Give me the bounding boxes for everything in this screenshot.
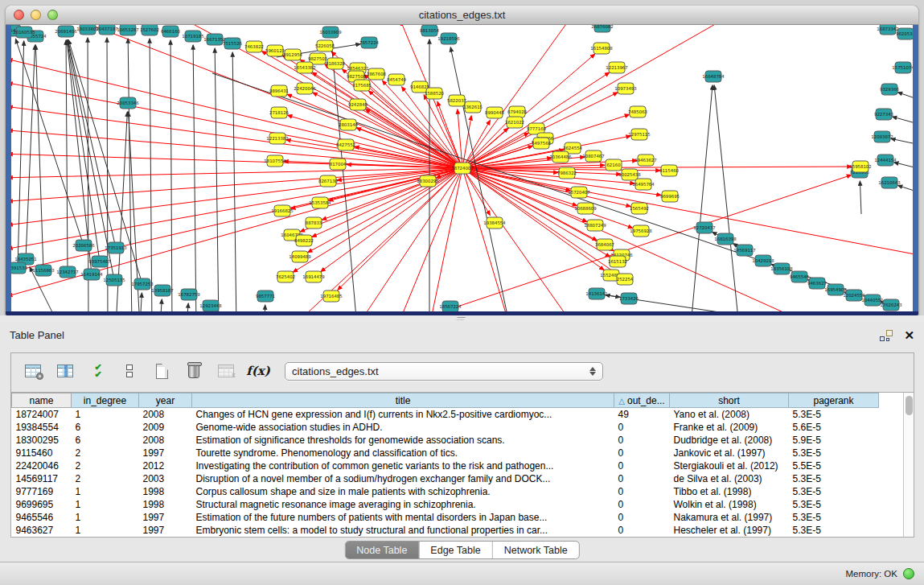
graph-node[interactable]: 1362615 — [463, 101, 483, 113]
graph-edge[interactable] — [894, 163, 913, 170]
graph-node[interactable]: 22420046 — [294, 83, 316, 94]
graph-edge[interactable] — [322, 168, 462, 220]
cell-title[interactable]: Structural magnetic resonance image aver… — [192, 498, 614, 511]
cell-in_degree[interactable]: 1 — [72, 498, 139, 511]
graph-edge[interactable] — [462, 168, 507, 311]
graph-node[interactable]: 12342737 — [56, 266, 78, 278]
column-header-year[interactable]: year — [139, 393, 192, 408]
cell-name[interactable]: 18300295 — [12, 434, 72, 447]
tab-node-table[interactable]: Node Table — [345, 542, 418, 558]
cell-short[interactable]: Yano et al. (2008) — [670, 408, 789, 421]
cell-out_degree[interactable]: 0 — [614, 472, 670, 485]
graph-node[interactable]: 62160 — [606, 159, 622, 171]
panel-splitter[interactable] — [0, 315, 924, 322]
graph-node[interactable]: 6497568 — [532, 138, 552, 149]
delete-columns-icon[interactable] — [183, 360, 204, 381]
graph-node[interactable]: 12093872 — [871, 131, 893, 142]
graph-node[interactable]: 1527602 — [140, 25, 159, 35]
graph-node[interactable]: 14099489 — [289, 251, 311, 262]
cell-out_degree[interactable]: 0 — [614, 421, 670, 434]
graph-node[interactable]: 16816398 — [714, 233, 737, 245]
graph-edge[interactable] — [11, 168, 462, 249]
graph-node[interactable]: 14136141 — [585, 288, 607, 299]
graph-edge[interactable] — [338, 168, 462, 290]
cell-year[interactable]: 2009 — [139, 421, 192, 434]
cell-name[interactable]: 19384554 — [12, 421, 72, 434]
graph-node[interactable]: 887833 — [306, 217, 322, 229]
graph-node[interactable]: 18107554 — [264, 155, 286, 167]
cell-out_degree[interactable]: 0 — [614, 524, 670, 537]
graph-node[interactable]: 8454749 — [387, 74, 407, 85]
graph-node[interactable]: 19756928 — [630, 225, 652, 237]
graph-node[interactable]: 18567224 — [439, 301, 462, 311]
graph-node[interactable]: 8912954 — [283, 49, 303, 60]
cell-in_degree[interactable]: 1 — [72, 511, 139, 524]
cell-title[interactable]: Tourette syndrome. Phenomenology and cla… — [192, 447, 614, 459]
cell-in_degree[interactable]: 1 — [72, 408, 139, 421]
graph-edge[interactable] — [860, 181, 861, 214]
cell-out_degree[interactable]: 0 — [614, 434, 670, 447]
graph-node[interactable]: 16543382 — [294, 62, 315, 73]
window-titlebar[interactable]: citations_edges.txt — [6, 6, 918, 25]
cell-short[interactable]: Franke et al. (2009) — [670, 421, 789, 434]
graph-edge[interactable] — [11, 168, 462, 225]
graph-node[interactable]: 17626243 — [880, 299, 901, 311]
graph-node[interactable]: 7625402 — [276, 271, 295, 282]
graph-node[interactable]: 1621022 — [505, 117, 524, 128]
cell-pagerank[interactable]: 5.9E-5 — [789, 434, 879, 447]
graph-node[interactable]: 14569117 — [733, 245, 755, 256]
table-scrollbar[interactable] — [903, 393, 914, 537]
cell-out_degree[interactable]: 0 — [614, 511, 670, 524]
graph-node[interactable]: 6794028 — [507, 106, 528, 117]
table-row[interactable]: 911546021997Tourette syndrome. Phenomeno… — [12, 447, 879, 459]
cell-name[interactable]: 9115460 — [12, 447, 72, 459]
graph-node[interactable]: 7485063 — [628, 106, 647, 117]
graph-node[interactable]: 16495764 — [632, 179, 655, 190]
graph-node[interactable]: 16033809 — [319, 27, 342, 38]
graph-edge[interactable] — [462, 25, 569, 168]
tab-edge-table[interactable]: Edge Table — [418, 542, 491, 558]
cell-in_degree[interactable]: 1 — [72, 524, 139, 537]
scrollbar-thumb[interactable] — [906, 396, 913, 415]
graph-node[interactable]: 6466160 — [161, 26, 181, 37]
graph-node[interactable]: 1565492 — [630, 203, 649, 214]
graph-node[interactable]: 252254 — [617, 274, 634, 285]
graph-edge[interactable] — [232, 52, 236, 311]
cell-out_degree[interactable]: 0 — [614, 447, 670, 459]
show-columns-icon[interactable] — [55, 360, 76, 381]
graph-edge[interactable] — [714, 85, 739, 311]
select-all-icon[interactable]: ✔✔ — [87, 360, 108, 381]
function-builder-icon[interactable]: f(x) — [248, 360, 269, 381]
graph-edge[interactable] — [11, 168, 462, 273]
create-column-icon[interactable] — [151, 360, 172, 381]
graph-node[interactable]: 12213967 — [606, 62, 627, 73]
graph-node[interactable]: 9857771 — [256, 290, 275, 302]
graph-node[interactable]: 7463822 — [244, 41, 264, 52]
graph-node[interactable]: 11156863 — [32, 265, 54, 276]
graph-node[interactable]: 19716485 — [320, 290, 342, 302]
graph-edge[interactable] — [140, 293, 142, 311]
graph-node[interactable]: 1588520 — [425, 88, 445, 99]
cell-out_degree[interactable]: 0 — [614, 485, 670, 498]
graph-node[interactable]: 12213383 — [266, 133, 288, 144]
cell-out_degree[interactable]: 0 — [614, 498, 670, 511]
graph-node[interactable]: 9465546 — [790, 271, 810, 282]
cell-pagerank[interactable]: 5.3E-5 — [789, 485, 879, 498]
cell-title[interactable]: Genome-wide association studies in ADHD. — [192, 421, 614, 434]
cell-year[interactable]: 1997 — [139, 511, 192, 524]
graph-edge[interactable] — [11, 106, 462, 168]
graph-edge[interactable] — [193, 45, 196, 311]
cell-short[interactable]: Dudbridge et al. (2008) — [670, 434, 789, 447]
cell-in_degree[interactable]: 2 — [72, 459, 139, 472]
graph-node[interactable]: 3684067 — [595, 239, 614, 250]
graph-node[interactable]: 15751074 — [892, 62, 913, 73]
cell-year[interactable]: 1998 — [139, 485, 192, 498]
graph-node[interactable]: 20691406 — [55, 26, 77, 37]
graph-node[interactable]: 5960123 — [265, 45, 285, 56]
graph-node[interactable]: 10429218 — [752, 255, 774, 266]
column-header-title[interactable]: title — [192, 393, 614, 408]
float-panel-icon[interactable] — [880, 330, 893, 341]
graph-node[interactable]: 16210643 — [878, 177, 900, 188]
graph-edge[interactable] — [462, 168, 807, 311]
cell-title[interactable]: Embryonic stem cells: a model to study s… — [192, 524, 614, 537]
